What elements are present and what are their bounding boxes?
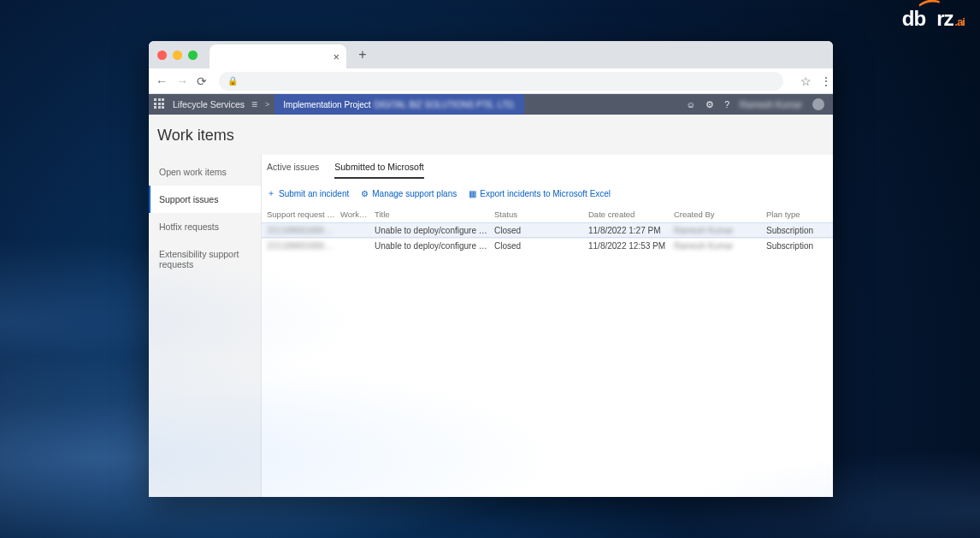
breadcrumb-chevron-icon: > bbox=[265, 100, 269, 109]
username-label: Ramesh Kumar bbox=[740, 99, 802, 109]
maximize-window-button[interactable] bbox=[188, 50, 198, 60]
close-window-button[interactable] bbox=[157, 50, 167, 60]
brand-logo: db⁀rz.ai bbox=[902, 7, 965, 31]
col-title[interactable]: Title bbox=[375, 210, 494, 219]
cell-title: Unable to deploy/configure D365 Fino… bbox=[375, 241, 494, 251]
address-bar[interactable]: 🔒 bbox=[219, 72, 783, 91]
forward-button[interactable]: → bbox=[176, 74, 188, 88]
grid-header: Support request number Work Item Title S… bbox=[262, 206, 833, 222]
col-createdby[interactable]: Created By bbox=[674, 210, 766, 219]
cell-createdby: Ramesh Kumar bbox=[674, 241, 766, 251]
new-tab-button[interactable]: + bbox=[353, 45, 372, 64]
main-panel: Active issues Submitted to Microsoft ＋Su… bbox=[261, 155, 833, 497]
project-label: Implementation Project bbox=[283, 100, 370, 109]
page-title: Work items bbox=[149, 115, 833, 155]
cell-date: 11/8/2022 1:27 PM bbox=[588, 226, 674, 235]
browser-menu-button[interactable]: ⋮ bbox=[820, 74, 832, 88]
grid-row[interactable]: 2211080010000859 Unable to deploy/config… bbox=[262, 238, 833, 253]
project-chip[interactable]: Implementation Project DIGITAL BIZ SOLUT… bbox=[275, 94, 524, 115]
tab-active-issues[interactable]: Active issues bbox=[267, 162, 319, 179]
cell-date: 11/8/2022 12:53 PM bbox=[588, 241, 674, 251]
incidents-grid: Support request number Work Item Title S… bbox=[262, 206, 833, 253]
browser-toolbar: ← → ⟳ 🔒 ☆ ⋮ bbox=[149, 68, 833, 94]
lock-icon: 🔒 bbox=[227, 76, 238, 86]
col-plantype[interactable]: Plan type bbox=[766, 210, 828, 219]
grid-row[interactable]: 2211080010000670 Unable to deploy/config… bbox=[262, 222, 833, 238]
avatar[interactable] bbox=[812, 98, 824, 110]
left-nav: Open work items Support issues Hotfix re… bbox=[149, 155, 261, 497]
leftnav-item-extensibility[interactable]: Extensibility support requests bbox=[149, 240, 261, 278]
cell-srn: 2211080010000859 bbox=[267, 241, 340, 251]
reload-button[interactable]: ⟳ bbox=[197, 74, 207, 88]
cell-plantype: Subscription bbox=[766, 241, 828, 251]
cell-srn: 2211080010000670 bbox=[267, 226, 340, 235]
content-tabs: Active issues Submitted to Microsoft bbox=[262, 155, 833, 179]
cell-status: Closed bbox=[494, 241, 588, 251]
bookmark-button[interactable]: ☆ bbox=[800, 74, 812, 88]
col-workitem[interactable]: Work Item bbox=[340, 210, 375, 219]
export-to-excel-button[interactable]: ▦Export incidents to Microsoft Excel bbox=[469, 187, 611, 199]
cell-status: Closed bbox=[494, 226, 588, 235]
plus-icon: ＋ bbox=[267, 187, 275, 199]
app-header: Lifecycle Services ≡ > Implementation Pr… bbox=[149, 94, 833, 115]
cell-createdby: Ramesh Kumar bbox=[674, 226, 766, 235]
leftnav-item-hotfix-requests[interactable]: Hotfix requests bbox=[149, 213, 261, 240]
window-controls bbox=[157, 50, 198, 60]
col-date[interactable]: Date created bbox=[588, 210, 674, 219]
action-bar: ＋Submit an incident ⚙Manage support plan… bbox=[262, 179, 833, 206]
cell-plantype: Subscription bbox=[766, 226, 828, 235]
back-button[interactable]: ← bbox=[156, 74, 168, 88]
browser-tabstrip: × + bbox=[149, 41, 833, 68]
service-name[interactable]: Lifecycle Services bbox=[173, 99, 245, 109]
excel-icon: ▦ bbox=[469, 189, 476, 198]
hamburger-icon[interactable]: ≡ bbox=[251, 98, 258, 110]
close-tab-icon[interactable]: × bbox=[333, 50, 339, 63]
col-srn[interactable]: Support request number bbox=[267, 210, 340, 219]
leftnav-item-support-issues[interactable]: Support issues bbox=[149, 186, 261, 213]
col-status[interactable]: Status bbox=[494, 210, 588, 219]
project-name: DIGITAL BIZ SOLUTIONS PTE. LTD. bbox=[375, 100, 516, 109]
browser-window: × + ← → ⟳ 🔒 ☆ ⋮ Lifecycle Services ≡ > I… bbox=[149, 41, 833, 497]
browser-tab[interactable]: × bbox=[210, 44, 346, 68]
tab-submitted-to-microsoft[interactable]: Submitted to Microsoft bbox=[334, 162, 423, 179]
cell-title: Unable to deploy/configure D365 Fino… bbox=[375, 226, 494, 235]
submit-incident-button[interactable]: ＋Submit an incident bbox=[267, 187, 349, 199]
app-launcher-icon[interactable] bbox=[154, 98, 166, 110]
page-content: Work items Open work items Support issue… bbox=[149, 115, 833, 497]
settings-icon[interactable]: ⚙ bbox=[705, 99, 714, 109]
feedback-icon[interactable]: ☺ bbox=[686, 99, 695, 109]
gear-icon: ⚙ bbox=[361, 189, 369, 198]
minimize-window-button[interactable] bbox=[173, 50, 182, 60]
help-icon[interactable]: ? bbox=[724, 99, 729, 109]
manage-support-plans-button[interactable]: ⚙Manage support plans bbox=[361, 187, 457, 199]
leftnav-item-open-work-items[interactable]: Open work items bbox=[149, 158, 261, 186]
